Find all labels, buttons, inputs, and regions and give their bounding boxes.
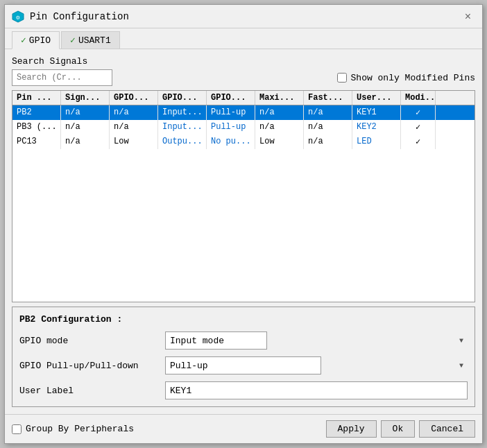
cell-signal: n/a (61, 120, 110, 135)
cell-pin: PB3 (... (12, 120, 61, 135)
table-row[interactable]: PC13 n/a Low Outpu... No pu... Low n/a L… (12, 135, 475, 149)
user-label-label: User Label (19, 386, 158, 396)
gpio-mode-row: GPIO mode Input mode Output Push Pull Ou… (19, 331, 468, 350)
cell-gpio2: Outpu... (158, 135, 207, 149)
header-gpio1: GPIO... (110, 91, 158, 105)
group-by-peripherals-checkbox[interactable] (12, 424, 22, 434)
gpio-mode-select-wrapper: Input mode Output Push Pull Output Open … (165, 331, 468, 350)
cell-user: LED (352, 135, 401, 149)
cell-modi: ✓ (401, 135, 436, 149)
footer-left: Group By Peripherals (12, 424, 134, 434)
user-label-input[interactable] (165, 381, 468, 399)
close-button[interactable]: × (461, 9, 475, 24)
usart1-tab-label: USART1 (78, 35, 111, 46)
cell-gpio3: No pu... (207, 135, 255, 149)
cell-pin: PC13 (12, 135, 61, 149)
cell-maxi: Low (255, 135, 304, 149)
cell-gpio2: Input... (158, 105, 207, 120)
cell-gpio2: Input... (158, 120, 207, 135)
cell-fast: n/a (304, 135, 352, 149)
search-signals-label: Search Signals (12, 56, 475, 67)
tab-gpio[interactable]: ✓ GPIO (12, 31, 60, 49)
header-maxi: Maxi... (255, 91, 304, 105)
cell-user: KEY2 (352, 120, 401, 135)
cell-signal: n/a (61, 105, 110, 120)
config-title: PB2 Configuration : (19, 314, 468, 325)
cell-gpio1: n/a (110, 120, 158, 135)
content-area: Search Signals Show only Modified Pins P… (5, 49, 482, 414)
search-input[interactable] (12, 69, 112, 86)
cell-fast: n/a (304, 105, 352, 120)
apply-button[interactable]: Apply (326, 420, 377, 438)
gpio-tab-label: GPIO (29, 35, 51, 46)
table-body: PB2 n/a n/a Input... Pull-up n/a n/a KEY… (12, 105, 475, 302)
header-gpio3: GPIO... (207, 91, 255, 105)
cell-maxi: n/a (255, 105, 304, 120)
cell-user: KEY1 (352, 105, 401, 120)
svg-text:⚙: ⚙ (15, 15, 20, 21)
cell-gpio3: Pull-up (207, 120, 255, 135)
cell-maxi: n/a (255, 120, 304, 135)
cancel-button[interactable]: Cancel (419, 420, 475, 438)
header-user: User... (352, 91, 401, 105)
show-modified-checkbox[interactable] (337, 73, 347, 83)
tab-usart1[interactable]: ✓ USART1 (61, 31, 120, 49)
usart1-tab-check: ✓ (70, 35, 76, 46)
cell-signal: n/a (61, 135, 110, 149)
cell-gpio1: n/a (110, 105, 158, 120)
dialog-title: Pin Configuration (30, 11, 129, 22)
show-modified-label: Show only Modified Pins (351, 73, 475, 83)
cell-modi: ✓ (401, 105, 436, 120)
gpio-pullup-select[interactable]: Pull-up Pull-down No pull-up and no pull… (165, 356, 321, 374)
title-bar: ⚙ Pin Configuration × (5, 5, 482, 28)
search-row: Show only Modified Pins (12, 69, 475, 86)
user-label-row: User Label (19, 381, 468, 399)
cell-modi: ✓ (401, 120, 436, 135)
header-signal: Sign... (61, 91, 110, 105)
table-header: Pin ... Sign... GPIO... GPIO... GPIO... … (12, 91, 475, 105)
gpio-mode-label: GPIO mode (19, 336, 158, 346)
tab-bar: ✓ GPIO ✓ USART1 (5, 28, 482, 49)
group-by-peripherals-label: Group By Peripherals (26, 424, 134, 434)
cell-pin: PB2 (12, 105, 61, 120)
header-modi: Modi... (401, 91, 436, 105)
ok-button[interactable]: Ok (381, 420, 416, 438)
header-fast: Fast... (304, 91, 352, 105)
header-pin: Pin ... (12, 91, 61, 105)
pin-configuration-dialog: ⚙ Pin Configuration × ✓ GPIO ✓ USART1 Se… (4, 4, 483, 444)
title-bar-left: ⚙ Pin Configuration (12, 10, 129, 23)
gpio-pullup-label: GPIO Pull-up/Pull-down (19, 361, 158, 371)
gpio-pullup-select-wrapper: Pull-up Pull-down No pull-up and no pull… (165, 356, 468, 374)
pin-table: Pin ... Sign... GPIO... GPIO... GPIO... … (12, 90, 475, 302)
config-section: PB2 Configuration : GPIO mode Input mode… (12, 307, 475, 407)
cell-fast: n/a (304, 120, 352, 135)
footer-buttons: Apply Ok Cancel (326, 420, 475, 438)
footer: Group By Peripherals Apply Ok Cancel (5, 414, 482, 443)
dialog-icon: ⚙ (12, 10, 24, 23)
gpio-tab-check: ✓ (21, 35, 26, 46)
table-row[interactable]: PB2 n/a n/a Input... Pull-up n/a n/a KEY… (12, 105, 475, 120)
search-section: Search Signals Show only Modified Pins (12, 56, 475, 86)
cell-gpio1: Low (110, 135, 158, 149)
header-gpio2: GPIO... (158, 91, 207, 105)
cell-gpio3: Pull-up (207, 105, 255, 120)
show-modified-row: Show only Modified Pins (337, 73, 475, 83)
gpio-pullup-row: GPIO Pull-up/Pull-down Pull-up Pull-down… (19, 356, 468, 374)
gpio-mode-select[interactable]: Input mode Output Push Pull Output Open … (165, 331, 267, 350)
table-row[interactable]: PB3 (... n/a n/a Input... Pull-up n/a n/… (12, 120, 475, 135)
